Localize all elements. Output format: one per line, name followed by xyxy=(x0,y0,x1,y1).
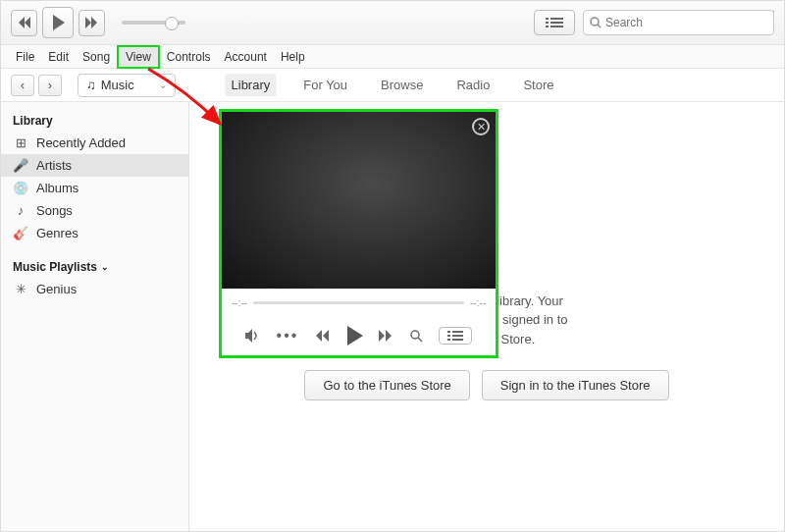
tab-foryou[interactable]: For You xyxy=(297,74,353,96)
time-remaining: --:-- xyxy=(470,297,486,308)
miniplayer-scrubber[interactable]: --:-- --:-- xyxy=(222,289,496,316)
chevron-updown-icon: ⌄ xyxy=(159,80,167,90)
menu-controls[interactable]: Controls xyxy=(160,47,218,67)
go-to-store-button[interactable]: Go to the iTunes Store xyxy=(304,370,469,400)
time-elapsed: --:-- xyxy=(232,297,247,308)
media-type-select[interactable]: ♫ Music ⌄ xyxy=(78,74,176,97)
menu-file[interactable]: File xyxy=(9,47,41,67)
media-type-label: Music xyxy=(101,78,134,92)
sidebar-item-label: Artists xyxy=(36,158,72,173)
grid-icon: ⊞ xyxy=(13,135,28,150)
svg-point-2 xyxy=(411,331,419,339)
menu-edit[interactable]: Edit xyxy=(41,47,76,67)
miniplayer-artwork: ✕ xyxy=(222,112,496,289)
sidebar-item-label: Genius xyxy=(36,282,77,296)
mp-next-button[interactable] xyxy=(379,330,394,342)
tab-browse[interactable]: Browse xyxy=(375,74,429,96)
sidebar-item-label: Recently Added xyxy=(36,135,126,150)
mic-icon: 🎤 xyxy=(13,158,28,173)
miniplayer-close-button[interactable]: ✕ xyxy=(472,118,490,135)
prev-track-button[interactable] xyxy=(11,10,37,36)
miniplayer-window[interactable]: ✕ --:-- --:-- ••• xyxy=(219,109,498,358)
more-icon[interactable]: ••• xyxy=(277,327,299,345)
menu-view[interactable]: View xyxy=(117,45,160,69)
nav-tabs: Library For You Browse Radio Store xyxy=(226,74,560,96)
back-button[interactable]: ‹ xyxy=(11,75,34,96)
mp-search-icon[interactable] xyxy=(410,330,423,343)
mp-up-next-button[interactable] xyxy=(439,327,472,345)
sidebar-item-artists[interactable]: 🎤Artists xyxy=(1,154,188,177)
sidebar-item-genius[interactable]: ✳Genius xyxy=(1,278,188,300)
sidebar-heading-library: Library xyxy=(1,110,188,132)
tab-store[interactable]: Store xyxy=(517,74,559,96)
svg-point-0 xyxy=(591,18,599,26)
mp-prev-button[interactable] xyxy=(314,330,330,342)
guitar-icon: 🎸 xyxy=(13,226,28,240)
chevron-down-icon: ⌄ xyxy=(101,262,109,272)
scrub-bar[interactable] xyxy=(253,301,464,304)
sub-header: ‹ › ♫ Music ⌄ Library For You Browse Rad… xyxy=(1,69,784,102)
menu-bar: File Edit Song View Controls Account Hel… xyxy=(1,45,784,69)
sidebar-item-label: Songs xyxy=(36,203,73,218)
miniplayer-controls: ••• xyxy=(222,316,496,355)
sidebar-item-recently-added[interactable]: ⊞Recently Added xyxy=(1,132,188,154)
menu-song[interactable]: Song xyxy=(76,47,117,67)
sidebar-item-label: Albums xyxy=(36,181,78,195)
sidebar-item-songs[interactable]: ♪Songs xyxy=(1,199,188,222)
sidebar: Library ⊞Recently Added 🎤Artists 💿Albums… xyxy=(1,102,189,531)
search-icon xyxy=(590,17,602,28)
menu-account[interactable]: Account xyxy=(218,47,274,67)
search-field[interactable] xyxy=(583,10,774,35)
sidebar-heading-playlists[interactable]: Music Playlists⌄ xyxy=(1,256,188,278)
genius-icon: ✳ xyxy=(13,282,28,296)
list-view-button[interactable] xyxy=(534,10,575,35)
volume-slider[interactable] xyxy=(122,21,185,25)
search-input[interactable] xyxy=(605,16,767,29)
forward-button[interactable]: › xyxy=(38,75,62,96)
next-track-button[interactable] xyxy=(78,10,105,36)
sign-in-store-button[interactable]: Sign in to the iTunes Store xyxy=(482,370,669,400)
note-icon: ♪ xyxy=(13,203,28,218)
tab-library[interactable]: Library xyxy=(226,74,277,96)
mp-play-button[interactable] xyxy=(345,326,363,346)
disc-icon: 💿 xyxy=(13,181,28,195)
sidebar-item-label: Genres xyxy=(36,226,78,240)
menu-help[interactable]: Help xyxy=(274,47,312,67)
volume-icon[interactable] xyxy=(245,329,261,343)
music-note-icon: ♫ xyxy=(86,78,96,92)
svg-line-3 xyxy=(418,338,422,342)
playback-toolbar xyxy=(1,1,784,45)
sidebar-item-genres[interactable]: 🎸Genres xyxy=(1,222,188,244)
sidebar-item-albums[interactable]: 💿Albums xyxy=(1,177,188,199)
play-button[interactable] xyxy=(42,7,74,38)
svg-line-1 xyxy=(598,25,601,27)
tab-radio[interactable]: Radio xyxy=(450,74,496,96)
